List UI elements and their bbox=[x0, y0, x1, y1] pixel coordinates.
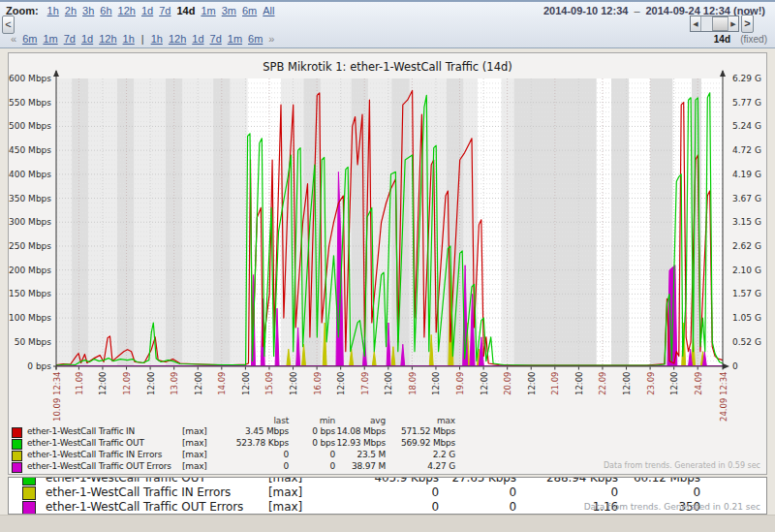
legend-header-max: max bbox=[386, 416, 455, 426]
x-label-time: 12:00 bbox=[289, 372, 298, 396]
y-right-label: 5.77 G bbox=[732, 98, 761, 108]
zoom-option-6m[interactable]: 6m bbox=[242, 5, 257, 16]
zoom-option-3h[interactable]: 3h bbox=[82, 5, 94, 16]
y-right-label: 1.05 G bbox=[732, 313, 761, 323]
x-label-time: 12:00 bbox=[480, 372, 489, 396]
x-label-time: 12:00 bbox=[574, 372, 584, 396]
date-from[interactable]: 2014-09-10 12:34 bbox=[543, 5, 628, 16]
legend-max-value: 4.27 G bbox=[386, 461, 455, 473]
zoom-option-7d[interactable]: 7d bbox=[159, 5, 170, 16]
timeline-slider[interactable]: ◀ ▶ bbox=[690, 16, 739, 32]
legend-series-name: ether-1-WestCall Traffic OUT bbox=[46, 477, 268, 485]
shift-back-1h[interactable]: 1h bbox=[123, 33, 135, 45]
legend-min-value: 0 bbox=[289, 450, 335, 461]
legend-series-name: ether-1-WestCall Traffic OUT Errors bbox=[27, 461, 182, 473]
x-label-date: 12.09 bbox=[122, 372, 132, 395]
legend-series-name: ether-1-WestCall Traffic IN bbox=[27, 426, 182, 438]
shift-divider: | bbox=[141, 33, 144, 45]
legend-header-min: min bbox=[289, 416, 335, 426]
shift-back-12h[interactable]: 12h bbox=[99, 33, 116, 45]
slider-thumb[interactable] bbox=[712, 16, 728, 31]
zoom-option-1m[interactable]: 1m bbox=[201, 5, 215, 16]
legend-series-fn: [max] bbox=[182, 426, 229, 438]
zoom-option-1d[interactable]: 1d bbox=[141, 5, 153, 16]
x-label-date: 23.09 bbox=[646, 372, 656, 395]
shift-forward-12h[interactable]: 12h bbox=[169, 33, 186, 45]
legend-color-swatch bbox=[22, 477, 36, 485]
y-left-label: 50 Mbps bbox=[15, 337, 52, 347]
scroll-forward-button[interactable]: > bbox=[741, 15, 754, 33]
y-right-label: 3.67 G bbox=[732, 194, 761, 203]
x-label-time: 12:00 bbox=[194, 372, 203, 396]
shift-forward-1m[interactable]: 1m bbox=[228, 33, 242, 45]
y-left-label: 600 Mbps bbox=[9, 74, 51, 83]
y-left-label: 400 Mbps bbox=[9, 170, 51, 179]
fixed-mode-label[interactable]: (fixed) bbox=[740, 34, 767, 45]
zoom-option-3m[interactable]: 3m bbox=[222, 5, 236, 16]
graph-panel: SPB Mikrotik 1: ether-1-WestCall Traffic… bbox=[8, 52, 767, 475]
zoom-option-2h[interactable]: 2h bbox=[65, 5, 77, 16]
legend-color-swatch bbox=[12, 451, 22, 461]
y-left-label: 300 Mbps bbox=[9, 217, 51, 227]
shift-back-7d[interactable]: 7d bbox=[64, 33, 76, 45]
legend-max-value: 569.92 Mbps bbox=[386, 438, 455, 450]
legend-max-value: 60.12 Mbps bbox=[618, 477, 700, 485]
legend-swatch-cell bbox=[12, 450, 27, 461]
shift-back-6m[interactable]: 6m bbox=[22, 33, 37, 45]
legend-series-fn: [max] bbox=[182, 461, 229, 473]
shift-forward-1d[interactable]: 1d bbox=[192, 33, 203, 45]
legend-min-value: 0 bps bbox=[289, 426, 335, 438]
legend-header-last: last bbox=[229, 416, 289, 426]
legend-last-value: 405.9 Kbps bbox=[323, 477, 439, 485]
shift-forward-1h[interactable]: 1h bbox=[151, 33, 163, 45]
legend-min-value: 0 bbox=[289, 461, 335, 473]
legend-max-value: 0 bbox=[618, 485, 700, 500]
x-label-time: 12:00 bbox=[146, 372, 156, 396]
shift-forward-6m[interactable]: 6m bbox=[248, 33, 263, 45]
graph-canvas[interactable]: 600 Mbps550 Mbps500 Mbps450 Mbps400 Mbps… bbox=[9, 53, 766, 429]
legend-swatch-cell bbox=[12, 461, 27, 473]
legend-color-swatch bbox=[12, 462, 22, 473]
y-right-label: 1.57 G bbox=[732, 289, 761, 298]
shift-back-1m[interactable]: 1m bbox=[43, 33, 57, 45]
shift-links-row: «6m1m7d1d12h1h|1h12h1d7d1m6m» bbox=[8, 33, 277, 45]
shift-forward-arrow[interactable]: » bbox=[268, 33, 274, 45]
legend-series-fn: [max] bbox=[182, 450, 229, 461]
period-label: 14d bbox=[714, 34, 730, 45]
shift-back-links: 6m1m7d1d12h1h bbox=[19, 33, 138, 45]
zoom-option-1h[interactable]: 1h bbox=[47, 5, 59, 16]
y-left-label: 250 Mbps bbox=[9, 241, 51, 251]
legend-series-name: ether-1-WestCall Traffic IN Errors bbox=[27, 450, 182, 461]
legend-series-name: ether-1-WestCall Traffic IN Errors bbox=[46, 485, 268, 500]
legend-color-swatch bbox=[12, 427, 22, 438]
shift-back-arrow[interactable]: « bbox=[11, 33, 16, 45]
legend-min-value: 27.65 Kbps bbox=[439, 477, 516, 485]
zoom-option-6h[interactable]: 6h bbox=[100, 5, 111, 16]
zoom-option-All[interactable]: All bbox=[263, 5, 274, 16]
slider-right-arrow[interactable]: ▶ bbox=[728, 16, 738, 31]
x-label-time: 12:00 bbox=[669, 372, 679, 396]
legend-avg-value: 0 bbox=[516, 485, 618, 500]
zoom-option-12h[interactable]: 12h bbox=[118, 5, 136, 16]
x-label-date: 22.09 bbox=[598, 372, 607, 395]
graph-2-footer-note: Data from trends. Generated in 0.21 sec bbox=[584, 502, 760, 512]
y-left-label: 500 Mbps bbox=[9, 121, 51, 131]
legend-header-spacer bbox=[27, 416, 182, 426]
y-right-label: 0 bbox=[732, 361, 738, 371]
shift-forward-7d[interactable]: 7d bbox=[210, 33, 222, 45]
zoom-links: 1h2h3h6h12h1d7d14d1m3m6mAll bbox=[45, 5, 278, 16]
legend-last-value: 0 bbox=[323, 485, 439, 500]
legend-avg-value: 23.5 M bbox=[335, 450, 386, 461]
legend-last-value: 0 bbox=[229, 450, 289, 461]
shift-back-1d[interactable]: 1d bbox=[81, 33, 93, 45]
legend-header-spacer bbox=[12, 416, 27, 426]
graph-footer-note: Data from trends. Generated in 0.59 sec bbox=[604, 461, 760, 470]
legend-last-value: 3.45 Mbps bbox=[229, 426, 289, 438]
legend-header-spacer bbox=[182, 416, 229, 426]
scroll-back-button[interactable]: < bbox=[2, 16, 15, 34]
page-bottom-strip bbox=[0, 515, 775, 532]
x-label-date: 18.09 bbox=[408, 372, 418, 395]
slider-left-arrow[interactable]: ◀ bbox=[691, 16, 701, 31]
y-left-label: 550 Mbps bbox=[9, 98, 51, 108]
x-label-date: 10.09 12:34 bbox=[52, 372, 62, 422]
